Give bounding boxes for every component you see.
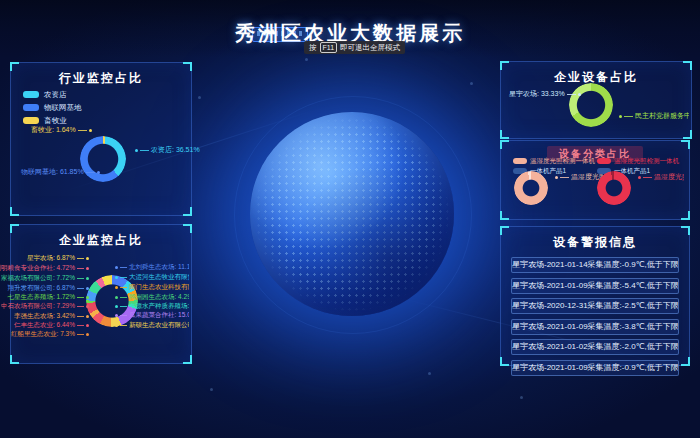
f11-key-badge: F11	[320, 42, 338, 53]
callout-dot	[86, 333, 89, 336]
chart-label-text: 红船里生态农业: 7.3%	[11, 330, 75, 339]
fullscreen-tip-suffix: 即可退出全屏模式	[340, 43, 400, 53]
corner-accent	[10, 224, 19, 233]
corner-accent	[183, 207, 192, 216]
callout-line	[77, 316, 84, 317]
chart-label-text: 农资店: 36.51%	[151, 145, 200, 155]
chart-label-text: 仁丰生态农业: 6.44%	[14, 321, 75, 330]
corner-accent	[500, 357, 509, 366]
callout-line	[140, 150, 149, 151]
alarm-list: 星宇农场-2021-01-14采集温度:-0.9℃,低于下限:0℃ 星宇农场-2…	[511, 257, 679, 376]
chart-label: 翔升发有限公司: 6.87%	[13, 284, 89, 293]
corner-accent	[500, 61, 509, 70]
chart-label-text: 李强生态农场: 3.42%	[14, 312, 75, 321]
legend-item[interactable]: 农资店	[23, 89, 82, 100]
corner-accent	[183, 62, 192, 71]
chart-label: 仁丰生态农业: 6.44%	[13, 321, 89, 330]
callout-dot	[115, 324, 118, 327]
legend-label: 农资店	[44, 90, 67, 100]
corner-accent	[681, 226, 690, 235]
legend-swatch	[23, 91, 39, 98]
callout-line	[77, 334, 84, 335]
chart-label-text: 物联网基地: 61.85%	[21, 167, 84, 177]
industry-panel-title: 行业监控占比	[11, 70, 191, 87]
corner-accent	[500, 140, 509, 149]
legend-item[interactable]: 温湿度光照检测一体机	[597, 157, 679, 165]
chart-label: 新硕生态农业有限公司: 6.87%	[115, 321, 189, 330]
legend-label: 畜牧业	[44, 116, 67, 126]
callout-dot	[86, 257, 89, 260]
callout-line	[77, 278, 84, 279]
callout-line	[77, 288, 84, 289]
corner-accent	[183, 355, 192, 364]
callout-line	[77, 297, 84, 298]
callout-line	[77, 325, 84, 326]
alarm-list-item: 星宇农场-2021-01-09采集温度:-0.9℃,低于下限:0℃	[511, 360, 679, 376]
class-left-donut-chart[interactable]	[514, 171, 548, 205]
callout-line	[120, 306, 127, 307]
chart-label-text: 中石农场有限公司: 7.29%	[1, 302, 75, 311]
callout-dot	[578, 93, 581, 96]
class-right-donut-chart[interactable]	[597, 171, 631, 205]
callout-line	[78, 130, 87, 131]
callout-dot	[86, 296, 89, 299]
corner-accent	[500, 211, 509, 220]
corner-accent	[10, 62, 19, 71]
callout-line	[560, 177, 569, 178]
callout-dot	[115, 286, 118, 289]
bg-dot	[198, 96, 201, 99]
alarm-list-item: 星宇农场-2021-01-09采集温度:-5.4℃,低于下限:0℃	[511, 278, 679, 294]
legend-item[interactable]: 物联网基地	[23, 102, 82, 113]
industry-legend: 农资店 物联网基地 畜牧业	[23, 89, 82, 128]
chart-label: 丰源水产种质养殖场: 1.	[115, 302, 189, 311]
callout-dot	[86, 267, 89, 270]
chart-label-iot-base: 物联网基地: 61.85%	[21, 167, 100, 177]
chart-label-livestock: 畜牧业: 1.64%	[31, 125, 92, 135]
callout-dot	[86, 315, 89, 318]
chart-label-text: 新硕生态农业有限公司: 6.87%	[129, 321, 189, 330]
chart-label: 中石农场有限公司: 7.29%	[13, 302, 89, 311]
chart-label: 瓜果蔬菜合作社: 15.02%	[115, 311, 189, 320]
callout-dot	[555, 176, 558, 179]
chart-label: 鸭洲园生态农场: 4.29%	[115, 293, 189, 302]
panel-device-alarms: 设备警报信息 星宇农场-2021-01-14采集温度:-0.9℃,低于下限:0℃…	[500, 226, 690, 366]
bg-dot	[470, 82, 473, 85]
callout-dot	[86, 277, 89, 280]
chart-label-text: 翔升发有限公司: 6.87%	[7, 284, 75, 293]
enterprise-panel-title: 企业监控占比	[11, 232, 191, 249]
globe-highlight	[250, 112, 454, 316]
panel-device-ratio: 企业设备占比 星宇农场: 33.33% 民主村党群服务中心:	[500, 61, 692, 139]
chart-label: 温湿度光照检测一	[555, 172, 603, 182]
panel-device-classification: 设备分类占比 温湿度光照检测一体机 一体机产品1 温湿度光照检测一 温湿度光照检…	[500, 140, 690, 220]
callout-line	[120, 325, 127, 326]
legend-swatch	[597, 158, 611, 164]
callout-line	[120, 297, 127, 298]
corner-accent	[500, 226, 509, 235]
chart-label: 北刘舜生态农场: 11.16%	[115, 263, 189, 272]
corner-accent	[683, 130, 692, 139]
legend-label: 温湿度光照检测一体机	[614, 157, 679, 166]
chart-label: 星宇农场: 6.87%	[13, 254, 89, 263]
chart-label: 陶门生态农业科技有限公司	[115, 283, 189, 292]
callout-dot	[115, 276, 118, 279]
bg-dot	[305, 58, 308, 61]
chart-label: 温湿度光照检测一	[638, 172, 684, 182]
callout-dot	[86, 287, 89, 290]
legend-label: 物联网基地	[44, 103, 82, 113]
legend-swatch	[513, 158, 527, 164]
legend-item[interactable]: 温湿度光照检测一体机	[513, 157, 595, 165]
callout-dot	[115, 314, 118, 317]
callout-line	[643, 177, 652, 178]
fullscreen-tip-prefix: 按	[309, 43, 317, 53]
chart-label: 红船里生态农业: 7.3%	[13, 330, 89, 339]
alarm-list-item: 星宇农场-2020-12-31采集温度:-2.5℃,低于下限:0℃	[511, 298, 679, 314]
chart-label-text: 星宇农场: 6.87%	[27, 254, 75, 263]
bg-dot	[520, 396, 523, 399]
alarm-list-item: 星宇农场-2021-01-02采集温度:-2.0℃,低于下限:0℃	[511, 339, 679, 355]
callout-dot	[86, 324, 89, 327]
legend-swatch	[23, 117, 39, 124]
callout-line	[77, 268, 84, 269]
legend-swatch	[23, 104, 39, 111]
callout-line	[567, 94, 576, 95]
bg-dot	[210, 388, 213, 391]
